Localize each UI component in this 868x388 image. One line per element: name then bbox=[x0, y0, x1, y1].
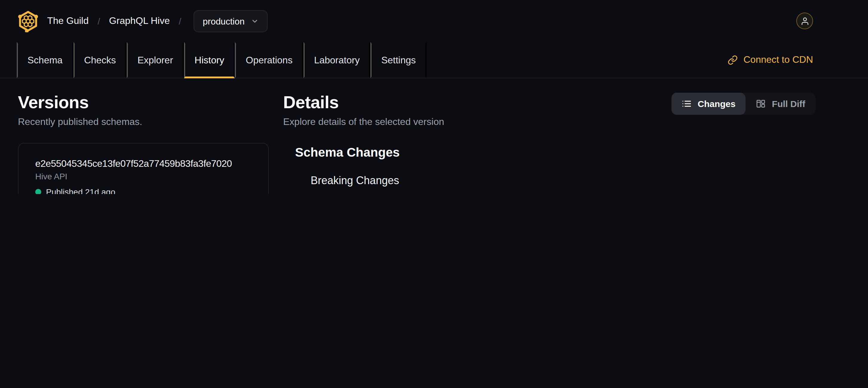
tab-label: Laboratory bbox=[314, 55, 360, 65]
tab-history[interactable]: History bbox=[184, 42, 235, 78]
versions-title: Versions bbox=[18, 93, 269, 112]
view-toggle-group: Changes Full Diff bbox=[672, 93, 815, 115]
breadcrumb-separator: / bbox=[179, 16, 181, 26]
target-selector-value: production bbox=[203, 16, 245, 26]
versions-subtitle: Recently published schemas. bbox=[18, 117, 269, 127]
tab-label: Checks bbox=[84, 55, 116, 65]
connect-to-cdn-label: Connect to CDN bbox=[743, 54, 813, 65]
version-status-row: Published 21d ago bbox=[35, 187, 251, 194]
schema-changes-section: Schema Changes Breaking Changes TypeLabw… bbox=[283, 145, 815, 194]
tab-settings[interactable]: Settings bbox=[370, 42, 427, 78]
tab-checks[interactable]: Checks bbox=[73, 42, 127, 78]
changes-view-label: Changes bbox=[698, 99, 736, 109]
full-diff-view-button[interactable]: Full Diff bbox=[746, 93, 815, 115]
details-titles: Details Explore details of the selected … bbox=[283, 93, 444, 127]
versions-panel: Versions Recently published schemas. e2e… bbox=[18, 93, 269, 194]
user-icon bbox=[800, 17, 809, 25]
details-subtitle: Explore details of the selected version bbox=[283, 117, 444, 127]
tab-label: Schema bbox=[28, 55, 62, 65]
breadcrumb-org[interactable]: The Guild bbox=[47, 16, 89, 26]
nav-spacer bbox=[427, 42, 727, 78]
tab-explorer[interactable]: Explorer bbox=[127, 42, 184, 78]
list-icon bbox=[682, 99, 692, 109]
version-list-item[interactable]: e2e55045345ce13fe07f52a77459b83fa3fe7020… bbox=[26, 151, 261, 194]
version-published: Published 21d ago bbox=[46, 187, 115, 194]
target-selector[interactable]: production bbox=[194, 10, 268, 32]
breadcrumb-separator: / bbox=[98, 16, 100, 26]
nav-tabs: Schema Checks Explorer History Operation… bbox=[17, 42, 427, 78]
user-menu-avatar[interactable] bbox=[796, 12, 813, 29]
tab-label: Settings bbox=[381, 55, 416, 65]
main-content: Versions Recently published schemas. e2e… bbox=[0, 78, 868, 194]
tab-label: History bbox=[194, 55, 224, 65]
details-panel: Details Explore details of the selected … bbox=[283, 93, 815, 194]
tab-schema[interactable]: Schema bbox=[17, 42, 73, 78]
tab-laboratory[interactable]: Laboratory bbox=[303, 42, 370, 78]
nav-tabs-row: Schema Checks Explorer History Operation… bbox=[0, 42, 868, 78]
tab-operations[interactable]: Operations bbox=[235, 42, 304, 78]
version-hash: e2e55045345ce13fe07f52a77459b83fa3fe7020 bbox=[35, 158, 251, 169]
details-header: Details Explore details of the selected … bbox=[283, 93, 815, 127]
details-title: Details bbox=[283, 93, 444, 112]
published-dot-icon bbox=[35, 189, 41, 194]
breaking-changes-title: Breaking Changes bbox=[311, 175, 815, 187]
diff-columns-icon bbox=[756, 99, 766, 109]
top-bar: The Guild / GraphQL Hive / production bbox=[0, 0, 868, 42]
tab-label: Operations bbox=[246, 55, 293, 65]
connect-to-cdn-button[interactable]: Connect to CDN bbox=[727, 42, 813, 78]
tab-label: Explorer bbox=[137, 55, 173, 65]
versions-list: e2e55045345ce13fe07f52a77459b83fa3fe7020… bbox=[18, 143, 269, 194]
chevron-down-icon bbox=[251, 17, 259, 25]
breadcrumb-project[interactable]: GraphQL Hive bbox=[109, 16, 169, 26]
schema-changes-title: Schema Changes bbox=[295, 145, 815, 160]
hive-logo-icon bbox=[18, 10, 38, 32]
full-diff-view-label: Full Diff bbox=[772, 99, 805, 109]
app: The Guild / GraphQL Hive / production Sc… bbox=[0, 0, 868, 194]
version-service: Hive API bbox=[35, 172, 251, 181]
link-icon bbox=[727, 55, 738, 65]
changes-view-button[interactable]: Changes bbox=[672, 93, 746, 115]
